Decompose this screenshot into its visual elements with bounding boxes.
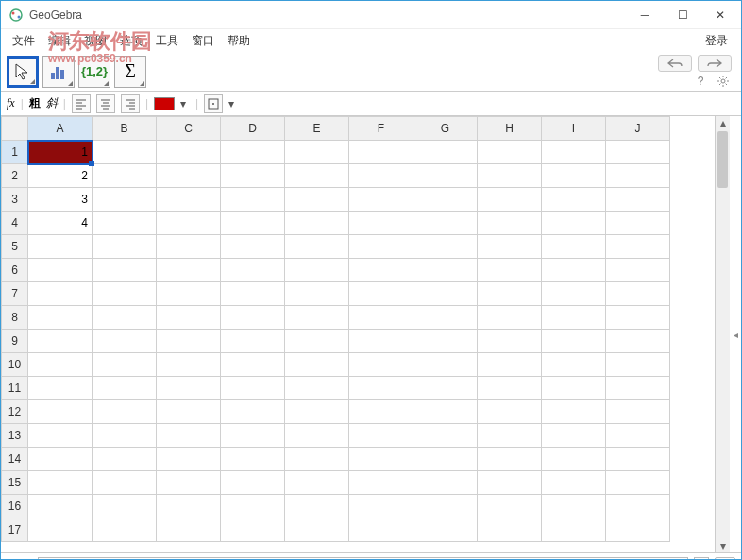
cell-C11[interactable]: [157, 377, 221, 400]
cell-E14[interactable]: [285, 448, 349, 471]
bold-button[interactable]: 粗: [29, 95, 41, 111]
cell-I10[interactable]: [542, 353, 606, 377]
cell-D1[interactable]: [221, 141, 285, 164]
cell-F17[interactable]: [349, 518, 413, 542]
cell-D5[interactable]: [221, 235, 285, 259]
cell-A2[interactable]: 2: [28, 164, 93, 188]
settings-icon[interactable]: [715, 74, 732, 89]
cell-C4[interactable]: [157, 212, 221, 235]
cell-H7[interactable]: [478, 282, 542, 306]
cell-I17[interactable]: [542, 518, 606, 542]
align-right-button[interactable]: [121, 94, 140, 113]
column-header-F[interactable]: F: [349, 117, 413, 141]
cell-I13[interactable]: [542, 424, 606, 448]
row-header-5[interactable]: 5: [2, 235, 28, 259]
input-help-button[interactable]: ?: [715, 557, 735, 561]
cell-A9[interactable]: [28, 330, 93, 353]
cell-A7[interactable]: [28, 282, 93, 306]
cell-D10[interactable]: [221, 353, 285, 377]
cell-D13[interactable]: [221, 424, 285, 448]
cell-G17[interactable]: [413, 518, 478, 542]
cell-B4[interactable]: [93, 212, 157, 235]
align-center-button[interactable]: [96, 94, 115, 113]
cell-D12[interactable]: [221, 400, 285, 424]
menu-view[interactable]: 视图: [78, 31, 112, 51]
cell-H3[interactable]: [478, 188, 542, 212]
cell-G14[interactable]: [413, 448, 478, 471]
cell-H2[interactable]: [478, 164, 542, 188]
cell-J3[interactable]: [606, 188, 670, 212]
cell-D7[interactable]: [221, 282, 285, 306]
cell-B16[interactable]: [93, 495, 157, 518]
maximize-button[interactable]: ☐: [669, 6, 696, 25]
cell-C3[interactable]: [157, 188, 221, 212]
cell-E16[interactable]: [285, 495, 349, 518]
vertical-scrollbar[interactable]: ▴ ▾: [715, 116, 730, 552]
cell-G8[interactable]: [413, 306, 478, 330]
cell-B8[interactable]: [93, 306, 157, 330]
row-header-10[interactable]: 10: [2, 353, 28, 377]
cell-F9[interactable]: [349, 330, 413, 353]
cell-B12[interactable]: [93, 400, 157, 424]
cell-B2[interactable]: [93, 164, 157, 188]
menu-options[interactable]: 选项: [114, 31, 148, 51]
scroll-down-icon[interactable]: ▾: [716, 539, 730, 552]
undo-button[interactable]: [658, 55, 692, 72]
cell-H11[interactable]: [478, 377, 542, 400]
cell-G5[interactable]: [413, 235, 478, 259]
cell-J16[interactable]: [606, 495, 670, 518]
cell-I3[interactable]: [542, 188, 606, 212]
border-dropdown[interactable]: ▾: [228, 97, 238, 110]
scroll-thumb[interactable]: [717, 131, 728, 188]
cell-E9[interactable]: [285, 330, 349, 353]
cell-G12[interactable]: [413, 400, 478, 424]
cell-J2[interactable]: [606, 164, 670, 188]
cell-D11[interactable]: [221, 377, 285, 400]
row-header-9[interactable]: 9: [2, 330, 28, 353]
cell-G6[interactable]: [413, 259, 478, 282]
cell-G9[interactable]: [413, 330, 478, 353]
cell-D2[interactable]: [221, 164, 285, 188]
cell-B11[interactable]: [93, 377, 157, 400]
login-button[interactable]: 登录: [698, 31, 735, 51]
side-panel-toggle[interactable]: ◂: [730, 116, 741, 552]
cell-H14[interactable]: [478, 448, 542, 471]
fill-color-chip[interactable]: [154, 97, 175, 110]
cell-D3[interactable]: [221, 188, 285, 212]
column-header-C[interactable]: C: [157, 117, 221, 141]
cell-E8[interactable]: [285, 306, 349, 330]
cell-A6[interactable]: [28, 259, 93, 282]
cell-H16[interactable]: [478, 495, 542, 518]
cell-J10[interactable]: [606, 353, 670, 377]
row-header-16[interactable]: 16: [2, 495, 28, 518]
cell-A1[interactable]: 1: [28, 141, 93, 164]
cell-A15[interactable]: [28, 471, 93, 495]
cell-H17[interactable]: [478, 518, 542, 542]
cell-F7[interactable]: [349, 282, 413, 306]
column-header-B[interactable]: B: [93, 117, 157, 141]
cell-C17[interactable]: [157, 518, 221, 542]
cell-F3[interactable]: [349, 188, 413, 212]
cell-B13[interactable]: [93, 424, 157, 448]
menu-file[interactable]: 文件: [7, 31, 41, 51]
cell-I6[interactable]: [542, 259, 606, 282]
cell-E4[interactable]: [285, 212, 349, 235]
cell-G3[interactable]: [413, 188, 478, 212]
cell-I14[interactable]: [542, 448, 606, 471]
cell-A14[interactable]: [28, 448, 93, 471]
cell-I12[interactable]: [542, 400, 606, 424]
row-header-1[interactable]: 1: [2, 141, 28, 164]
cell-H1[interactable]: [478, 141, 542, 164]
cell-J4[interactable]: [606, 212, 670, 235]
cell-C2[interactable]: [157, 164, 221, 188]
cell-F16[interactable]: [349, 495, 413, 518]
align-left-button[interactable]: [72, 94, 91, 113]
cell-B5[interactable]: [93, 235, 157, 259]
cell-C7[interactable]: [157, 282, 221, 306]
cell-F13[interactable]: [349, 424, 413, 448]
help-icon[interactable]: ?: [692, 74, 709, 89]
cell-A13[interactable]: [28, 424, 93, 448]
cell-A16[interactable]: [28, 495, 93, 518]
cell-I4[interactable]: [542, 212, 606, 235]
cell-A10[interactable]: [28, 353, 93, 377]
